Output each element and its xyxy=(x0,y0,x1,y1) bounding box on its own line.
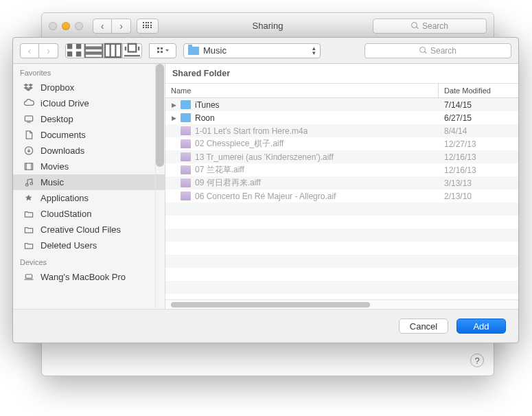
add-button[interactable]: Add xyxy=(456,319,506,334)
sidebar-item-wang-s-macbook-pro[interactable]: Wang's MacBook Pro xyxy=(13,269,165,285)
audio-file-icon xyxy=(181,178,191,187)
bg-grid-button[interactable] xyxy=(137,19,159,34)
sidebar-item-desktop[interactable]: Desktop xyxy=(13,111,165,127)
sidebar-item-downloads[interactable]: Downloads xyxy=(13,143,165,159)
arrange-segment xyxy=(149,43,176,58)
svg-rect-18 xyxy=(25,116,32,122)
file-row[interactable]: ▶07 兰花草.aiff12/16/13 xyxy=(165,163,518,176)
list-view-icon xyxy=(84,43,103,58)
arrange-button[interactable] xyxy=(149,43,176,58)
bg-search-field[interactable]: Search xyxy=(373,19,487,34)
disclosure-triangle-icon[interactable]: ▶ xyxy=(171,102,176,108)
grid-icon xyxy=(143,22,152,30)
sidebar-item-documents[interactable]: Documents xyxy=(13,127,165,143)
zoom-window-icon[interactable] xyxy=(75,22,83,30)
sidebar-item-cloudstation[interactable]: CloudStation xyxy=(13,206,165,222)
folder-icon xyxy=(23,224,35,235)
sidebar-item-label: iCloud Drive xyxy=(41,98,89,108)
audio-file-icon xyxy=(181,152,191,161)
sidebar-item-label: Documents xyxy=(41,130,86,140)
titlebar: ‹ › Sharing Search xyxy=(42,13,494,39)
path-popup[interactable]: Music ▴▾ xyxy=(183,43,321,58)
svg-rect-1 xyxy=(76,44,81,49)
svg-rect-10 xyxy=(128,44,137,52)
file-row[interactable]: ▶iTunes7/14/15 xyxy=(165,98,518,111)
file-date: 8/4/14 xyxy=(439,126,518,136)
sidebar-item-label: Creative Cloud Files xyxy=(41,224,121,235)
horizontal-scrollbar-thumb[interactable] xyxy=(171,302,370,308)
sidebar-item-label: Movies xyxy=(41,161,69,172)
sidebar-item-icloud-drive[interactable]: iCloud Drive xyxy=(13,95,165,111)
forward-button[interactable]: › xyxy=(39,43,58,58)
sidebar-item-applications[interactable]: Applications xyxy=(13,190,165,206)
sidebar-item-label: Deleted Users xyxy=(41,240,97,251)
file-row[interactable]: ▶09 何日君再来.aiff3/13/13 xyxy=(165,176,518,189)
minimize-window-icon[interactable] xyxy=(62,22,70,30)
svg-rect-7 xyxy=(105,44,121,57)
file-name: 09 何日君再来.aiff xyxy=(195,177,261,189)
svg-point-24 xyxy=(25,183,28,186)
file-date: 12/16/13 xyxy=(439,165,518,175)
file-row[interactable]: ▶02 Chesspiece_棋子.aiff12/27/13 xyxy=(165,137,518,150)
sheet-footer: Cancel Add xyxy=(13,310,518,343)
chevron-left-icon: ‹ xyxy=(101,21,104,31)
search-icon xyxy=(411,22,419,30)
file-rows[interactable]: ▶iTunes7/14/15▶Roon6/27/15▶1-01 Let's St… xyxy=(165,98,518,299)
file-row[interactable]: ▶1-01 Let's Start from Here.m4a8/4/14 xyxy=(165,124,518,137)
sidebar-item-movies[interactable]: Movies xyxy=(13,159,165,174)
sidebar: FavoritesDropboxiCloud DriveDesktopDocum… xyxy=(13,64,165,309)
file-row xyxy=(165,216,518,229)
sheet-search-field[interactable]: Search xyxy=(365,43,511,58)
file-row xyxy=(165,268,518,281)
folder-icon xyxy=(181,113,191,122)
sidebar-scrollbar-thumb[interactable] xyxy=(156,64,164,167)
sidebar-item-deleted-users[interactable]: Deleted Users xyxy=(13,238,165,253)
column-view-button[interactable] xyxy=(104,43,123,58)
file-row xyxy=(165,203,518,216)
icon-view-button[interactable] xyxy=(65,43,84,58)
file-row xyxy=(165,255,518,268)
file-date: 7/14/15 xyxy=(439,100,518,110)
file-row[interactable]: ▶Roon6/27/15 xyxy=(165,111,518,124)
svg-point-25 xyxy=(30,183,33,185)
sidebar-scrollbar[interactable] xyxy=(155,64,165,308)
back-button[interactable]: ‹ xyxy=(20,43,39,58)
file-row[interactable]: ▶13 Tr_umerei (aus 'Kinderszenen').aiff1… xyxy=(165,150,518,163)
icloud-icon xyxy=(23,98,35,108)
svg-rect-17 xyxy=(161,51,163,53)
sidebar-item-dropbox[interactable]: Dropbox xyxy=(13,80,165,95)
file-row[interactable]: ▶06 Concerto En Ré Majeur - Allegro.aif2… xyxy=(165,189,518,203)
path-label: Music xyxy=(203,45,227,56)
file-name: 1-01 Let's Start from Here.m4a xyxy=(195,126,308,136)
audio-file-icon xyxy=(181,139,191,148)
folder-icon xyxy=(188,47,199,55)
coverflow-view-button[interactable] xyxy=(123,43,142,58)
bg-nav: ‹ › xyxy=(93,19,131,34)
bg-back-button[interactable]: ‹ xyxy=(93,19,112,34)
music-icon xyxy=(23,177,35,187)
column-header-date[interactable]: Date Modified xyxy=(439,84,518,97)
file-name: 02 Chesspiece_棋子.aiff xyxy=(195,138,284,150)
sidebar-item-creative-cloud-files[interactable]: Creative Cloud Files xyxy=(13,222,165,238)
sidebar-item-label: Music xyxy=(41,177,64,187)
audio-file-icon xyxy=(181,192,191,200)
file-name: 07 兰花草.aiff xyxy=(195,164,244,176)
svg-rect-26 xyxy=(25,275,32,279)
column-header-name[interactable]: Name xyxy=(165,84,439,97)
bg-forward-button[interactable]: › xyxy=(112,19,131,34)
file-row xyxy=(165,294,518,299)
chevron-left-icon: ‹ xyxy=(28,46,32,56)
help-button[interactable]: ? xyxy=(470,354,484,367)
file-row xyxy=(165,229,518,242)
cancel-button[interactable]: Cancel xyxy=(399,319,448,334)
dropbox-icon xyxy=(23,82,35,93)
close-window-icon[interactable] xyxy=(49,22,57,30)
sidebar-item-music[interactable]: Music xyxy=(13,174,165,190)
disclosure-triangle-icon[interactable]: ▶ xyxy=(171,115,176,122)
horizontal-scrollbar[interactable] xyxy=(165,299,518,309)
file-date: 12/27/13 xyxy=(439,139,518,149)
list-view-button[interactable] xyxy=(84,43,104,58)
svg-rect-0 xyxy=(67,44,72,49)
svg-rect-2 xyxy=(67,51,72,56)
folder-icon xyxy=(23,209,35,219)
